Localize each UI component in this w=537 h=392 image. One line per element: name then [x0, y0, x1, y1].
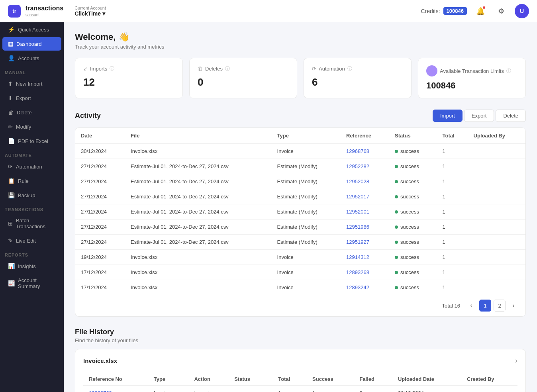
cell-total: 1 [437, 144, 468, 159]
notifications-button[interactable]: 🔔 [473, 4, 488, 18]
accounts-icon: 👤 [8, 55, 15, 61]
sidebar-item-delete[interactable]: 🗑Delete [2, 106, 61, 119]
reference-link[interactable]: 12952017 [346, 194, 369, 200]
reference-link[interactable]: 12893268 [346, 269, 369, 275]
activity-table: DateFileTypeReferenceStatusTotalUploaded… [75, 128, 525, 295]
reference-link[interactable]: 12952028 [346, 178, 369, 184]
tab-import[interactable]: Import [433, 110, 463, 122]
account-selector[interactable]: Current Account ClickTime ▾ [74, 6, 106, 17]
cell-date: 17/12/2024 [75, 265, 125, 280]
sidebar-item-dashboard[interactable]: ▦Dashboard [2, 37, 61, 51]
reference-link[interactable]: 12914312 [346, 254, 369, 260]
cell-reference: 12914312 [341, 250, 389, 265]
cell-file: Estimate-Jul 01, 2024-to-Dec 27, 2024.cs… [125, 189, 272, 204]
table-row: 30/12/2024 Invoice.xlsx Invoice 12968768… [75, 144, 525, 159]
cell-file: Invoice.xlsx [125, 144, 272, 159]
cell-file: Estimate-Jul 01, 2024-to-Dec 27, 2024.cs… [125, 159, 272, 174]
cell-type: Estimate (Modify) [272, 159, 341, 174]
page-1[interactable]: 1 [479, 300, 491, 312]
sidebar-item-batch-transactions[interactable]: ⊞Batch Transactions [2, 214, 61, 233]
file-history-subtitle: Find the history of your files [75, 337, 526, 343]
cell-status: success [389, 204, 437, 220]
account-value[interactable]: ClickTime ▾ [74, 10, 106, 17]
batch-transactions-icon: ⊞ [8, 220, 13, 227]
table-row: 27/12/2024 Estimate-Jul 01, 2024-to-Dec … [75, 235, 525, 250]
sidebar-item-new-import[interactable]: ⬆New Import [2, 77, 61, 90]
file-col-created-by: Created By [461, 371, 517, 386]
sidebar-item-accounts[interactable]: 👤Accounts [2, 51, 61, 65]
cell-reference: 12952017 [341, 189, 389, 204]
automation-icon: ⟳ [312, 66, 316, 72]
reference-link[interactable]: 12951986 [346, 224, 369, 230]
file-card-header: Invoice.xlsx › [83, 357, 517, 365]
chevron-right-icon[interactable]: › [515, 357, 517, 365]
tab-delete[interactable]: Delete [496, 110, 526, 122]
cell-date: 27/12/2024 [75, 159, 125, 174]
automation-icon: ⟳ [8, 163, 13, 170]
cell-file: Estimate-Jul 01, 2024-to-Dec 27, 2024.cs… [125, 204, 272, 220]
file-failed: 0 [354, 386, 392, 392]
cell-reference: 12968768 [341, 144, 389, 159]
info-icon-transaction_limits: ⓘ [506, 68, 511, 74]
welcome-header: Welcome, 👋 Track your account activity a… [75, 32, 526, 50]
file-ref-no: 12968768 [83, 386, 148, 392]
reference-link[interactable]: 12968768 [346, 148, 369, 154]
table-row: 27/12/2024 Estimate-Jul 01, 2024-to-Dec … [75, 220, 525, 235]
sidebar-item-export[interactable]: ⬇Export [2, 91, 61, 105]
cell-status: success [389, 220, 437, 235]
dashboard-icon: ▦ [8, 41, 13, 47]
sidebar-item-live-edit[interactable]: ✎Live Edit [2, 234, 61, 247]
credits-value: 100846 [443, 7, 467, 15]
cell-total: 1 [437, 189, 468, 204]
sidebar-item-insights[interactable]: 📊Insights [2, 259, 61, 273]
modify-icon: ✏ [8, 123, 13, 130]
file-col-success: Success [307, 371, 354, 386]
rule-icon: 📋 [8, 178, 15, 184]
pagination-next[interactable]: › [508, 300, 519, 311]
credits-display: Credits: 100846 [421, 7, 467, 15]
topnav-left: tr transactions saasant Current Account … [8, 4, 106, 17]
cell-reference: 12952001 [341, 204, 389, 220]
sidebar-item-automation[interactable]: ⟳Automation [2, 160, 61, 173]
cell-total: 1 [437, 250, 468, 265]
page-2[interactable]: 2 [494, 300, 506, 312]
reference-link[interactable]: 12952001 [346, 209, 369, 215]
cell-type: Estimate (Modify) [272, 235, 341, 250]
file-total: 1 [272, 386, 307, 392]
reference-link[interactable]: 12952282 [346, 163, 369, 169]
info-icon-automation: ⓘ [347, 65, 352, 72]
reference-link[interactable]: 12893242 [346, 284, 369, 290]
stat-card-label-transaction_limits: Available Transaction Limits [440, 68, 504, 74]
file-reference-link[interactable]: 12968768 [89, 390, 112, 392]
avatar[interactable]: U [515, 4, 529, 18]
sidebar-item-quick-access[interactable]: ⚡Quick Access [2, 23, 61, 36]
settings-button[interactable]: ⚙ [494, 4, 508, 18]
cell-status: success [389, 174, 437, 189]
sidebar-item-label: Account Summary [18, 277, 56, 289]
sidebar-item-backup[interactable]: 💾Backup [2, 188, 61, 202]
file-created-by [461, 386, 517, 392]
sidebar-item-account-summary[interactable]: 📈Account Summary [2, 274, 61, 293]
file-uploaded-date: 30/12/2024 [392, 386, 461, 392]
stat-card-label-automation: Automation [319, 66, 345, 72]
file-col-type: Type [148, 371, 189, 386]
file-type: Invoice [148, 386, 189, 392]
stat-cards: ↙ Imports ⓘ 12 🗑 Deletes ⓘ 0 ⟳ Automatio… [75, 58, 526, 98]
cell-reference: 12893268 [341, 265, 389, 280]
col-reference: Reference [341, 128, 389, 144]
cell-uploaded-by [468, 280, 525, 295]
sidebar-section-manual: MANUAL [0, 65, 64, 76]
table-row: 17/12/2024 Invoice.xlsx Invoice 12893242… [75, 280, 525, 295]
stat-card-label-deletes: Deletes [205, 66, 223, 72]
reference-link[interactable]: 12951927 [346, 239, 369, 245]
cell-status: success [389, 144, 437, 159]
cell-type: Estimate (Modify) [272, 189, 341, 204]
tab-export[interactable]: Export [464, 110, 494, 122]
sidebar-item-modify[interactable]: ✏Modify [2, 120, 61, 133]
sidebar-section-automate: AUTOMATE [0, 148, 64, 159]
sidebar-item-rule[interactable]: 📋Rule [2, 174, 61, 188]
status-dot [395, 286, 398, 289]
account-summary-icon: 📈 [8, 280, 15, 286]
pagination-prev[interactable]: ‹ [466, 300, 477, 311]
sidebar-item-pdf-to-excel[interactable]: 📄PDF to Excel [2, 134, 61, 148]
